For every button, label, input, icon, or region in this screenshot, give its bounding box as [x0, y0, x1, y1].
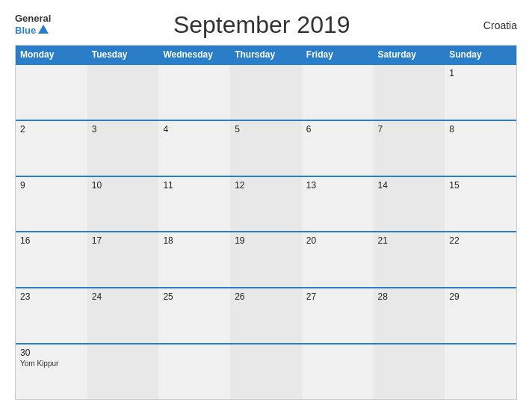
calendar-cell: 11: [158, 177, 230, 232]
calendar-week: 1: [16, 64, 516, 120]
day-number: 25: [163, 291, 226, 302]
calendar-cell: 4: [158, 121, 230, 176]
calendar-cell: 10: [87, 177, 159, 232]
calendar-header: MondayTuesdayWednesdayThursdayFridaySatu…: [16, 46, 516, 64]
calendar-cell: [16, 65, 87, 120]
day-number: 28: [378, 291, 441, 302]
calendar-cell: [445, 344, 516, 399]
calendar-cell: 29: [445, 288, 516, 343]
day-number: 22: [449, 235, 512, 246]
calendar-cell: 18: [158, 232, 230, 287]
svg-marker-0: [38, 25, 49, 34]
calendar-cell: 13: [302, 177, 374, 232]
calendar-header-cell: Monday: [16, 46, 87, 64]
calendar-cell: 30Yom Kippur: [16, 344, 87, 399]
calendar-cell: 20: [302, 232, 374, 287]
day-number: 10: [92, 180, 155, 191]
calendar-cell: 12: [230, 177, 302, 232]
calendar-week: 2345678: [16, 120, 516, 176]
calendar-cell: [230, 65, 302, 120]
calendar-cell: 23: [16, 288, 87, 343]
day-number: 17: [92, 235, 155, 246]
day-number: 14: [378, 180, 441, 191]
calendar-cell: 2: [16, 121, 87, 176]
day-number: 30: [20, 347, 83, 358]
day-number: 3: [92, 124, 155, 135]
calendar-header-cell: Wednesday: [158, 46, 230, 64]
day-number: 18: [163, 235, 226, 246]
calendar-cell: 26: [230, 288, 302, 343]
calendar-cell: 7: [374, 121, 445, 176]
day-event: Yom Kippur: [20, 359, 83, 368]
page-title: September 2019: [51, 11, 472, 39]
logo-blue-text: Blue: [15, 25, 36, 35]
day-number: 5: [235, 124, 297, 135]
calendar-cell: 25: [158, 288, 230, 343]
day-number: 20: [306, 235, 369, 246]
calendar-cell: [374, 65, 445, 120]
calendar-cell: 21: [374, 232, 445, 287]
calendar-header-cell: Friday: [302, 46, 374, 64]
calendar-cell: 15: [445, 177, 516, 232]
day-number: 2: [20, 124, 83, 135]
calendar-week: 23242526272829: [16, 287, 516, 343]
calendar: MondayTuesdayWednesdayThursdayFridaySatu…: [15, 45, 517, 400]
country-label: Croatia: [472, 19, 517, 31]
page: General Blue September 2019 Croatia Mond…: [0, 0, 532, 411]
calendar-cell: 28: [374, 288, 445, 343]
day-number: 26: [235, 291, 297, 302]
day-number: 6: [306, 124, 369, 135]
calendar-week: 9101112131415: [16, 176, 516, 232]
day-number: 12: [235, 180, 297, 191]
day-number: 27: [306, 291, 369, 302]
day-number: 7: [378, 124, 441, 135]
day-number: 4: [163, 124, 226, 135]
calendar-cell: 22: [445, 232, 516, 287]
day-number: 29: [449, 291, 512, 302]
calendar-cell: 17: [87, 232, 159, 287]
calendar-cell: [87, 65, 159, 120]
calendar-header-cell: Tuesday: [87, 46, 159, 64]
calendar-header-cell: Sunday: [445, 46, 516, 64]
calendar-week: 16171819202122: [16, 231, 516, 287]
day-number: 1: [449, 68, 512, 78]
day-number: 15: [449, 180, 512, 191]
calendar-header-cell: Thursday: [230, 46, 302, 64]
day-number: 9: [20, 180, 83, 191]
calendar-cell: 6: [302, 121, 374, 176]
day-number: 21: [378, 235, 441, 246]
calendar-cell: 24: [87, 288, 159, 343]
calendar-cell: [302, 344, 374, 399]
calendar-cell: [374, 344, 445, 399]
calendar-cell: 8: [445, 121, 516, 176]
calendar-cell: 14: [374, 177, 445, 232]
calendar-cell: 3: [87, 121, 159, 176]
logo-icon: [37, 23, 50, 37]
calendar-header-cell: Saturday: [374, 46, 445, 64]
day-number: 13: [306, 180, 369, 191]
calendar-cell: 1: [445, 65, 516, 120]
calendar-cell: 5: [230, 121, 302, 176]
calendar-body: 1234567891011121314151617181920212223242…: [16, 64, 516, 399]
day-number: 16: [20, 235, 83, 246]
calendar-cell: [302, 65, 374, 120]
logo: General Blue: [15, 13, 51, 37]
day-number: 11: [163, 180, 226, 191]
calendar-cell: [87, 344, 159, 399]
calendar-week: 30Yom Kippur: [16, 343, 516, 399]
calendar-cell: 16: [16, 232, 87, 287]
header: General Blue September 2019 Croatia: [15, 11, 517, 39]
day-number: 8: [449, 124, 512, 135]
calendar-cell: [158, 344, 230, 399]
calendar-cell: [230, 344, 302, 399]
day-number: 19: [235, 235, 297, 246]
calendar-cell: 9: [16, 177, 87, 232]
calendar-cell: 19: [230, 232, 302, 287]
day-number: 24: [92, 291, 155, 302]
calendar-cell: [158, 65, 230, 120]
day-number: 23: [20, 291, 83, 302]
calendar-cell: 27: [302, 288, 374, 343]
logo-general-text: General: [15, 13, 51, 23]
